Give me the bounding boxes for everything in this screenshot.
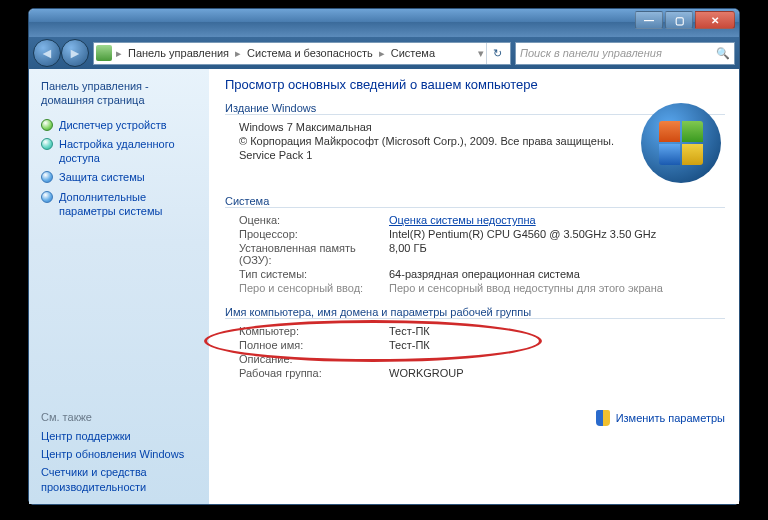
chevron-down-icon[interactable]: ▾	[476, 47, 486, 60]
copyright: © Корпорация Майкрософт (Microsoft Corp.…	[239, 135, 614, 147]
link-windows-update[interactable]: Центр обновления Windows	[41, 447, 197, 461]
sidebar-home-link[interactable]: Панель управления - домашняя страница	[41, 79, 197, 108]
link-perf-tools[interactable]: Счетчики и средства производительности	[41, 465, 197, 494]
navbar: ◄ ► ▸ Панель управления ▸ Система и безо…	[29, 37, 739, 69]
value-pen-touch: Перо и сенсорный ввод недоступны для это…	[389, 282, 663, 294]
minimize-button[interactable]: —	[635, 11, 663, 29]
search-icon: 🔍	[716, 47, 730, 60]
label-system-type: Тип системы:	[239, 268, 389, 280]
label-pen-touch: Перо и сенсорный ввод:	[239, 282, 389, 294]
label-full-name: Полное имя:	[239, 339, 389, 351]
remote-icon	[41, 138, 53, 150]
section-system: Система	[225, 195, 725, 208]
see-also-header: См. также	[41, 411, 197, 423]
service-pack: Service Pack 1	[239, 149, 312, 161]
page-title: Просмотр основных сведений о вашем компь…	[225, 77, 725, 92]
breadcrumb-seg[interactable]: Система	[387, 47, 439, 59]
device-icon	[41, 119, 53, 131]
value-workgroup: WORKGROUP	[389, 367, 464, 379]
sidebar: Панель управления - домашняя страница Ди…	[29, 69, 209, 504]
gear-icon	[41, 191, 53, 203]
control-panel-icon	[96, 45, 112, 61]
sidebar-item-advanced[interactable]: Дополнительные параметры системы	[41, 190, 197, 219]
main-panel: Просмотр основных сведений о вашем компь…	[209, 69, 739, 504]
close-button[interactable]: ✕	[695, 11, 735, 29]
windows-edition: Windows 7 Максимальная	[239, 121, 372, 133]
sidebar-item-remote[interactable]: Настройка удаленного доступа	[41, 137, 197, 166]
shield-icon	[41, 171, 53, 183]
search-input[interactable]: Поиск в панели управления 🔍	[515, 42, 735, 65]
titlebar: — ▢ ✕	[29, 9, 739, 37]
value-full-name: Тест-ПК	[389, 339, 430, 351]
label-ram: Установленная память (ОЗУ):	[239, 242, 389, 266]
see-also: См. также Центр поддержки Центр обновлен…	[41, 411, 197, 498]
change-settings-link[interactable]: Изменить параметры	[596, 410, 725, 426]
forward-button[interactable]: ►	[61, 39, 89, 67]
windows-logo-icon	[641, 103, 721, 183]
value-cpu: Intel(R) Pentium(R) CPU G4560 @ 3.50GHz …	[389, 228, 656, 240]
sidebar-item-protection[interactable]: Защита системы	[41, 170, 197, 184]
system-window: — ▢ ✕ ◄ ► ▸ Панель управления ▸ Система …	[28, 8, 740, 505]
value-rating[interactable]: Оценка системы недоступна	[389, 214, 536, 226]
breadcrumb[interactable]: ▸ Панель управления ▸ Система и безопасн…	[93, 42, 511, 65]
search-placeholder: Поиск в панели управления	[520, 47, 662, 59]
chevron-right-icon: ▸	[233, 47, 243, 60]
section-computer-name: Имя компьютера, имя домена и параметры р…	[225, 306, 725, 319]
value-ram: 8,00 ГБ	[389, 242, 427, 266]
refresh-button[interactable]: ↻	[486, 43, 508, 64]
shield-icon	[596, 410, 610, 426]
sidebar-item-device-manager[interactable]: Диспетчер устройств	[41, 118, 197, 132]
back-button[interactable]: ◄	[33, 39, 61, 67]
link-action-center[interactable]: Центр поддержки	[41, 429, 197, 443]
chevron-right-icon: ▸	[377, 47, 387, 60]
label-computer: Компьютер:	[239, 325, 389, 337]
breadcrumb-seg[interactable]: Панель управления	[124, 47, 233, 59]
value-computer: Тест-ПК	[389, 325, 430, 337]
maximize-button[interactable]: ▢	[665, 11, 693, 29]
value-system-type: 64-разрядная операционная система	[389, 268, 580, 280]
breadcrumb-seg[interactable]: Система и безопасность	[243, 47, 377, 59]
label-cpu: Процессор:	[239, 228, 389, 240]
label-description: Описание:	[239, 353, 389, 365]
label-workgroup: Рабочая группа:	[239, 367, 389, 379]
label-rating: Оценка:	[239, 214, 389, 226]
chevron-right-icon: ▸	[114, 47, 124, 60]
